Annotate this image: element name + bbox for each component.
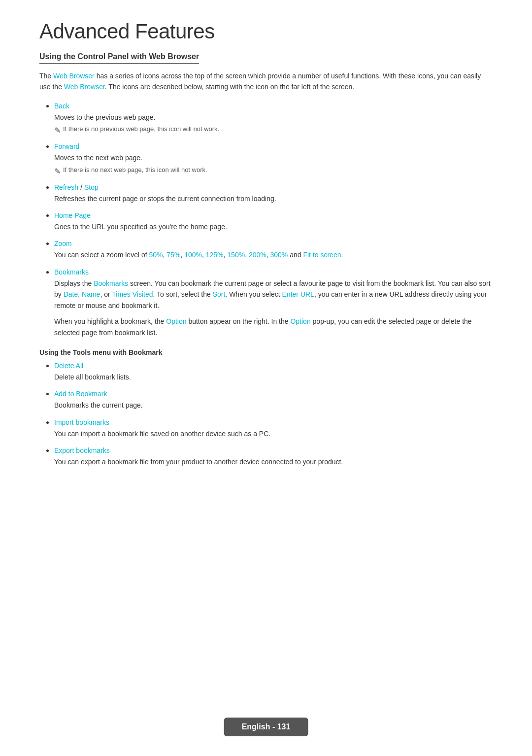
- import-bookmarks-desc: You can import a bookmark file saved on …: [54, 428, 493, 439]
- forward-note: ✎ If there is no next web page, this ico…: [54, 166, 493, 176]
- times-visited-link[interactable]: Times Visited: [112, 290, 153, 298]
- forward-link[interactable]: Forward: [54, 142, 79, 150]
- list-item-bookmarks: Bookmarks Displays the Bookmarks screen.…: [54, 268, 493, 339]
- zoom-75[interactable]: 75%: [166, 251, 180, 259]
- note-icon-back: ✎: [54, 126, 61, 135]
- name-link[interactable]: Name: [82, 290, 100, 298]
- zoom-150[interactable]: 150%: [227, 251, 245, 259]
- footer-badge: English - 131: [224, 718, 308, 736]
- zoom-desc: You can select a zoom level of 50%, 75%,…: [54, 249, 493, 260]
- add-bookmark-desc: Bookmarks the current page.: [54, 400, 493, 411]
- refresh-stop-desc: Refreshes the current page or stops the …: [54, 193, 493, 204]
- refresh-link[interactable]: Refresh: [54, 183, 78, 191]
- export-bookmarks-link[interactable]: Export bookmarks: [54, 447, 110, 454]
- list-item-home-page: Home Page Goes to the URL you specified …: [54, 211, 493, 232]
- list-item-refresh-stop: Refresh / Stop Refreshes the current pag…: [54, 183, 493, 204]
- back-note-text: If there is no previous web page, this i…: [63, 125, 219, 133]
- web-browser-link-1[interactable]: Web Browser: [53, 72, 95, 80]
- features-list: Back Moves to the previous web page. ✎ I…: [39, 102, 493, 339]
- section-heading: Using the Control Panel with Web Browser: [39, 52, 199, 64]
- tools-heading: Using the Tools menu with Bookmark: [39, 348, 493, 356]
- zoom-fit[interactable]: Fit to screen: [303, 251, 341, 259]
- option-link-1[interactable]: Option: [166, 317, 186, 325]
- back-link[interactable]: Back: [54, 102, 69, 110]
- bookmarks-desc-2: When you highlight a bookmark, the Optio…: [54, 316, 493, 339]
- import-bookmarks-link[interactable]: Import bookmarks: [54, 418, 109, 426]
- zoom-200[interactable]: 200%: [249, 251, 266, 259]
- delete-all-link[interactable]: Delete All: [54, 362, 83, 370]
- web-browser-link-2[interactable]: Web Browser: [64, 83, 105, 91]
- delete-all-desc: Delete all bookmark lists.: [54, 372, 493, 382]
- zoom-100[interactable]: 100%: [184, 251, 202, 259]
- list-item-import-bookmarks: Import bookmarks You can import a bookma…: [54, 418, 493, 439]
- list-item-forward: Forward Moves to the next web page. ✎ If…: [54, 142, 493, 175]
- bookmarks-desc-1: Displays the Bookmarks screen. You can b…: [54, 278, 493, 311]
- bookmarks-link-inline[interactable]: Bookmarks: [94, 279, 128, 287]
- list-item-zoom: Zoom You can select a zoom level of 50%,…: [54, 239, 493, 260]
- home-page-desc: Goes to the URL you specified as you're …: [54, 221, 493, 232]
- note-icon-forward: ✎: [54, 167, 61, 176]
- refresh-stop-separator: /: [80, 183, 84, 191]
- stop-link[interactable]: Stop: [84, 183, 99, 191]
- list-item-add-bookmark: Add to Bookmark Bookmarks the current pa…: [54, 389, 493, 411]
- back-note: ✎ If there is no previous web page, this…: [54, 125, 493, 135]
- bookmarks-link[interactable]: Bookmarks: [54, 268, 89, 276]
- zoom-125[interactable]: 125%: [206, 251, 224, 259]
- intro-paragraph: The Web Browser has a series of icons ac…: [39, 70, 493, 93]
- export-bookmarks-desc: You can export a bookmark file from your…: [54, 456, 493, 467]
- intro-text-3: . The icons are described below, startin…: [105, 83, 354, 91]
- list-item-delete-all: Delete All Delete all bookmark lists.: [54, 361, 493, 382]
- option-link-2[interactable]: Option: [290, 317, 310, 325]
- zoom-50[interactable]: 50%: [149, 251, 163, 259]
- sort-link[interactable]: Sort: [213, 290, 226, 298]
- date-link[interactable]: Date: [64, 290, 78, 298]
- back-desc: Moves to the previous web page.: [54, 112, 493, 123]
- zoom-300[interactable]: 300%: [270, 251, 288, 259]
- add-bookmark-link[interactable]: Add to Bookmark: [54, 390, 107, 398]
- forward-desc: Moves to the next web page.: [54, 152, 493, 163]
- home-page-link[interactable]: Home Page: [54, 211, 91, 219]
- forward-note-text: If there is no next web page, this icon …: [63, 166, 207, 173]
- zoom-link[interactable]: Zoom: [54, 240, 72, 247]
- enter-url-link[interactable]: Enter URL: [282, 290, 314, 298]
- page-title: Advanced Features: [39, 20, 493, 43]
- tools-list: Delete All Delete all bookmark lists. Ad…: [39, 361, 493, 468]
- list-item-export-bookmarks: Export bookmarks You can export a bookma…: [54, 446, 493, 467]
- list-item-back: Back Moves to the previous web page. ✎ I…: [54, 102, 493, 135]
